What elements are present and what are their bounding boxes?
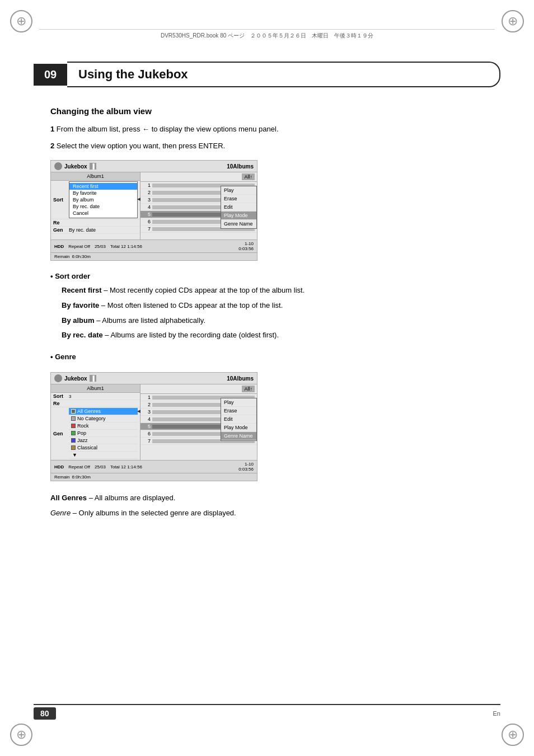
page-number: 80 bbox=[34, 707, 56, 720]
ui-footer-left-1: HDD Repeat Off 25/03 Total 12 1:14:56 bbox=[54, 244, 142, 249]
ui-track-count-1: 1-10 bbox=[238, 241, 254, 246]
genre-name-pop: Pop bbox=[77, 430, 86, 436]
ui-time-1: 0:03:56 bbox=[238, 246, 254, 251]
context-edit-1: Edit bbox=[221, 203, 256, 212]
corner-decoration-tl bbox=[10, 10, 32, 32]
ui-right-top-1: All↑ bbox=[140, 172, 257, 182]
ui-footer-1: HDD Repeat Off 25/03 Total 12 1:14:56 1-… bbox=[51, 240, 257, 252]
ui-title-1: Jukebox bbox=[64, 163, 87, 170]
ui-body-2: Album1 Sort 3 Re Gen bbox=[51, 384, 257, 460]
ui-footer-right-2: 1-10 0:03:56 bbox=[238, 462, 254, 472]
context-arrow-1: ◄ bbox=[136, 196, 142, 202]
jukebox-icon-1 bbox=[54, 162, 62, 170]
corner-decoration-tr bbox=[502, 10, 524, 32]
ui-date-2: 25/03 bbox=[95, 464, 106, 469]
genre-all: All Genres bbox=[69, 408, 138, 415]
ui-footer-2: HDD Repeat Off 25/03 Total 12 1:14:56 1-… bbox=[51, 460, 257, 473]
chapter-header: 09 Using the Jukebox bbox=[34, 62, 500, 87]
genre-italic-desc: Genre – Only albums in the selected genr… bbox=[50, 508, 484, 519]
sort-favorite: By favorite – Most often listened to CDs… bbox=[62, 300, 484, 312]
ui-re-row-2: Re bbox=[51, 400, 140, 407]
ui-album-bar-1: Album1 bbox=[51, 172, 140, 181]
ui-scroll-up-2: All↑ bbox=[242, 386, 255, 392]
sort-recent: Recent first – Most recently copied CDs … bbox=[62, 285, 484, 297]
genre-name-jazz: Jazz bbox=[77, 438, 88, 443]
genre-rock: Rock bbox=[69, 422, 138, 430]
remain-label-1: Remain bbox=[54, 254, 70, 259]
ui-genre-label-1: Gen bbox=[53, 227, 67, 233]
top-metadata: DVR530HS_RDR.book 80 ページ ２００５年５月２６日 木曜日 … bbox=[39, 29, 495, 40]
ui-repeat-1: Repeat Off bbox=[68, 244, 90, 249]
ui-remain-bar-1: Remain 6:0h:30m bbox=[51, 252, 257, 260]
context-play-1: Play bbox=[221, 186, 256, 195]
context-play-2: Play bbox=[221, 398, 256, 407]
page-language: En bbox=[493, 710, 500, 717]
ui-scroll-up-1: All↑ bbox=[242, 173, 255, 180]
genre-bullet-section: Genre bbox=[50, 353, 484, 361]
ui-genre-label-2: Gen bbox=[53, 431, 67, 436]
context-menu-1: Play Erase Edit Play Mode Genre Name bbox=[221, 186, 257, 229]
context-playmode-2: Play Mode bbox=[221, 424, 256, 432]
remain-time-2: 6:0h:30m bbox=[72, 475, 91, 480]
genre-more-label: ▼ bbox=[71, 452, 77, 458]
ui-header-left-1: Jukebox ▐ bbox=[54, 162, 96, 170]
step-2-number: 2 bbox=[50, 142, 54, 150]
genre-color-nocat bbox=[71, 416, 76, 421]
ui-left-panel-1: Album1 Sort Recent first By favorite By … bbox=[51, 172, 140, 240]
corner-decoration-bl bbox=[10, 724, 32, 746]
ui-track-count-2: 1-10 bbox=[238, 462, 254, 467]
ui-remain-bar-2: Remain 6:0h:30m bbox=[51, 473, 257, 481]
section-heading: Changing the album view bbox=[50, 106, 484, 116]
ui-re-label-2: Re bbox=[53, 401, 67, 406]
main-content: Changing the album view 1 From the album… bbox=[50, 106, 484, 523]
genre-all-desc: All Genres – All albums are displayed. bbox=[50, 492, 484, 504]
genre-dropdown: All Genres No Category Rock bbox=[69, 408, 138, 459]
dropdown-item-favorite: By favorite bbox=[69, 190, 137, 196]
genre-name-classical: Classical bbox=[77, 445, 97, 450]
genre-pop: Pop bbox=[69, 430, 138, 437]
genre-color-rock bbox=[71, 424, 76, 428]
step-1: 1 From the album list, press ← to displa… bbox=[50, 124, 484, 135]
ui-total-1: Total 12 1:14:56 bbox=[110, 244, 142, 249]
ui-header-albums-2: 10Albums bbox=[227, 375, 254, 382]
context-menu-2: Play Erase Edit Play Mode Genre Name bbox=[221, 398, 257, 441]
genre-descriptions: All Genres – All albums are displayed. G… bbox=[50, 492, 484, 519]
ui-title-2: Jukebox bbox=[64, 375, 87, 382]
sort-order-section: Sort order Recent first – Most recently … bbox=[50, 272, 484, 341]
genre-more: ▼ bbox=[69, 452, 138, 459]
genre-name-rock: Rock bbox=[77, 423, 89, 429]
context-erase-1: Erase bbox=[221, 195, 256, 203]
dropdown-item-album: By album bbox=[69, 196, 137, 203]
ui-header-albums-1: 10Albums bbox=[227, 163, 254, 170]
ui-header-badge-1: ▐ bbox=[90, 163, 96, 170]
step-1-number: 1 bbox=[50, 125, 54, 133]
ui-footer-left-2: HDD Repeat Off 25/03 Total 12 1:14:56 bbox=[54, 464, 142, 469]
dropdown-1: Recent first By favorite By album By rec… bbox=[69, 181, 138, 218]
ui-genre-content-2: All Genres No Category Rock bbox=[69, 408, 138, 459]
genre-jazz: Jazz bbox=[69, 437, 138, 444]
context-genrename-1: Genre Name bbox=[221, 220, 256, 228]
genre-color-pop bbox=[71, 431, 76, 435]
genre-nocategory: No Category bbox=[69, 415, 138, 422]
page-footer: 80 En bbox=[34, 704, 500, 720]
genre-name-nocat: No Category bbox=[77, 416, 106, 421]
jukebox-icon-2 bbox=[54, 374, 62, 382]
remain-label-2: Remain bbox=[54, 475, 70, 480]
sort-order-heading: Sort order bbox=[50, 272, 484, 280]
ui-sort-row-2: Sort 3 bbox=[51, 393, 140, 400]
step-2: 2 Select the view option you want, then … bbox=[50, 140, 484, 152]
genre-heading: Genre bbox=[50, 353, 484, 361]
ui-sort-label-1: Sort bbox=[53, 197, 67, 203]
ui-sort-content-1: Recent first By favorite By album By rec… bbox=[69, 181, 138, 218]
ui-date-1: 25/03 bbox=[95, 244, 106, 249]
ui-header-left-2: Jukebox ▐ bbox=[54, 374, 96, 382]
ui-header-2: Jukebox ▐ 10Albums bbox=[51, 373, 257, 384]
genre-color-jazz bbox=[71, 438, 76, 443]
genre-color-all bbox=[71, 409, 76, 414]
ui-total-2: Total 12 1:14:56 bbox=[110, 464, 142, 469]
ui-right-panel-2: All↑ 1 2 3 4 5 6 7 Play Erase Edit Play … bbox=[140, 384, 257, 460]
context-playmode-1: Play Mode bbox=[221, 212, 256, 220]
dropdown-item-cancel: Cancel bbox=[69, 210, 137, 217]
ui-re-row-1: Re bbox=[51, 219, 140, 227]
remain-time-1: 6:0h:30m bbox=[72, 254, 91, 259]
